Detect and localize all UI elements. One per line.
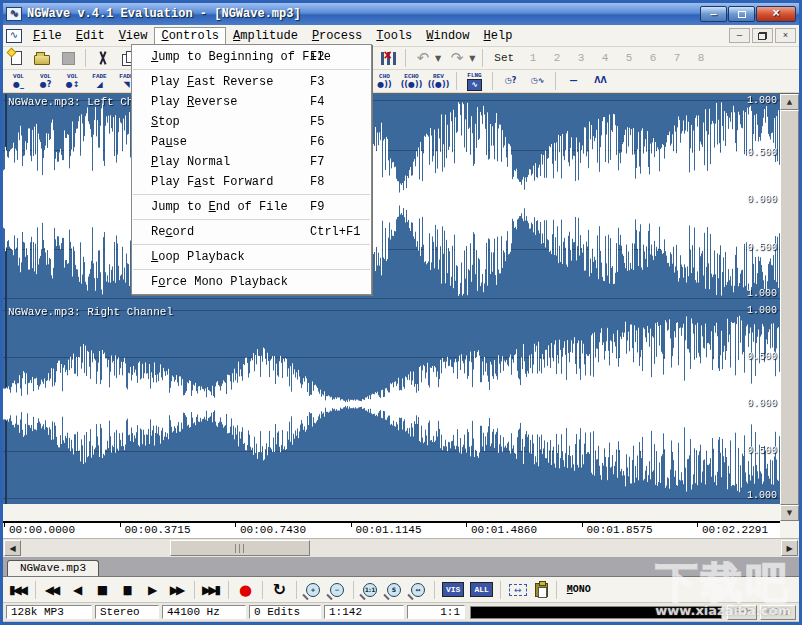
- menu-item-stop[interactable]: StopF5: [132, 112, 371, 132]
- vertical-scroll-thumb[interactable]: [780, 110, 799, 505]
- label-post: ile: [40, 29, 62, 43]
- fx-echo-1-button[interactable]: ECHO((●)): [400, 71, 423, 92]
- menu-item-use[interactable]: PauseF6: [132, 132, 371, 152]
- mono-label-rest: ONO: [573, 584, 591, 595]
- fx-vol-2-button[interactable]: VOL●↕: [61, 71, 84, 92]
- set-number-1[interactable]: 1: [521, 52, 545, 64]
- minimize-button[interactable]: —: [700, 6, 727, 22]
- set-number-5[interactable]: 5: [617, 52, 641, 64]
- jump-end-button[interactable]: ▶▶▮: [199, 580, 224, 600]
- undo-button[interactable]: ↶: [412, 49, 434, 67]
- menu-edit[interactable]: Edit: [69, 27, 112, 45]
- menu-item-jump-to-beginning-of-file[interactable]: Jump to Beginning of FileF2: [132, 47, 371, 67]
- set-number-4[interactable]: 4: [593, 52, 617, 64]
- maximize-button[interactable]: [728, 6, 755, 22]
- vertical-scrollbar[interactable]: ▲ ▼: [780, 94, 799, 521]
- stop-button[interactable]: ■: [90, 580, 115, 600]
- scroll-right-icon[interactable]: ▶: [781, 540, 798, 556]
- menu-item-loop-playback[interactable]: Loop Playback: [132, 247, 371, 267]
- fx-tool-7-button[interactable]: ◷∿: [526, 71, 549, 92]
- label-post: oop Playback: [158, 250, 244, 264]
- clipboard-button[interactable]: [535, 583, 548, 597]
- label-post: ump to Beginning of File: [158, 50, 331, 64]
- menu-view[interactable]: View: [112, 27, 155, 45]
- menu-item-ast-forward[interactable]: Play Fast ForwardF8: [132, 172, 371, 192]
- fx-tool-6-button[interactable]: ◷?: [499, 71, 522, 92]
- horizontal-scrollbar[interactable]: ◀ ▶: [3, 538, 799, 557]
- menu-item-play-normal[interactable]: Play NormalF7: [132, 152, 371, 172]
- fx-cho-0-button[interactable]: CHO●)): [373, 71, 396, 92]
- mdi-close-button[interactable]: ×: [775, 28, 796, 43]
- fpm-button[interactable]: FPM: [727, 605, 757, 620]
- set-number-3[interactable]: 3: [569, 52, 593, 64]
- menu-item-fast-reverse[interactable]: Play Fast ReverseF3: [132, 72, 371, 92]
- redo-button[interactable]: ↷: [446, 49, 468, 67]
- fx-tool-9-button[interactable]: —: [562, 71, 585, 92]
- fx-tool-10-button[interactable]: ΛΛ: [589, 71, 612, 92]
- menu-item-cord[interactable]: RecordCtrl+F1: [132, 222, 371, 242]
- scroll-down-icon[interactable]: ▼: [780, 505, 799, 521]
- timeline-label: 00:01.4860: [471, 524, 537, 536]
- label-key: T: [376, 29, 383, 43]
- menu-window[interactable]: Window: [419, 27, 476, 45]
- right-channel-waveform[interactable]: [3, 304, 780, 504]
- zoom-out-button[interactable]: −: [330, 583, 344, 597]
- menu-tools[interactable]: Tools: [369, 27, 419, 45]
- pause-button[interactable]: ▮▮: [115, 580, 140, 600]
- paste-mix-button[interactable]: [377, 49, 399, 67]
- mdi-minimize-button[interactable]: —: [729, 28, 750, 43]
- fx-fade-3-button[interactable]: FADE◢: [88, 71, 111, 92]
- left-channel-waveform[interactable]: [3, 94, 780, 304]
- set-number-8[interactable]: 8: [689, 52, 713, 64]
- set-number-2[interactable]: 2: [545, 52, 569, 64]
- record-button[interactable]: ●: [233, 580, 258, 600]
- menu-help[interactable]: Help: [477, 27, 520, 45]
- midi-button[interactable]: MIDI: [760, 605, 796, 620]
- timeline-ruler[interactable]: 00:00.000000:00.371500:00.743000:01.1145…: [3, 521, 780, 538]
- amplitude-scale-label: 1.000: [747, 305, 777, 316]
- selection-tool-button[interactable]: ↔: [509, 584, 527, 596]
- close-button[interactable]: ×: [756, 6, 796, 22]
- tab-ngwave-mp3[interactable]: NGWave.mp3: [7, 560, 99, 576]
- fast-reverse-button[interactable]: ◀◀: [40, 580, 65, 600]
- dropdown-arrow-icon[interactable]: ▼: [469, 54, 475, 63]
- menu-item-reverse[interactable]: Play ReverseF4: [132, 92, 371, 112]
- fx-vol-1-button[interactable]: VOL●?: [34, 71, 57, 92]
- set-number-6[interactable]: 6: [641, 52, 665, 64]
- mdi-restore-button[interactable]: [752, 28, 773, 43]
- loop-button[interactable]: ↻: [267, 580, 292, 600]
- fast-forward-button[interactable]: ▶▶: [165, 580, 190, 600]
- set-number-7[interactable]: 7: [665, 52, 689, 64]
- toolbar-main-right: ↶▼↷▼Set12345678: [375, 47, 713, 69]
- cut-button[interactable]: [92, 49, 114, 67]
- scroll-left-icon[interactable]: ◀: [4, 540, 21, 556]
- zoom-in-button[interactable]: +: [306, 583, 320, 597]
- zoom-fit-button[interactable]: ↔: [411, 583, 425, 597]
- play-reverse-button[interactable]: ◀: [65, 580, 90, 600]
- menu-item-end-of-file[interactable]: Jump to End of FileF9: [132, 197, 371, 217]
- open-file-button[interactable]: [31, 49, 53, 67]
- menu-item-orce-mono-playback[interactable]: Force Mono Playback: [132, 272, 371, 292]
- new-file-button[interactable]: [5, 49, 27, 67]
- all-button[interactable]: ALL: [470, 582, 492, 597]
- fx-vol-0-button[interactable]: VOL●_: [7, 71, 30, 92]
- jump-start-button[interactable]: ▮◀◀: [6, 580, 31, 600]
- set-label: Set: [494, 52, 514, 64]
- play-button[interactable]: ▶: [140, 580, 165, 600]
- horizontal-scroll-thumb[interactable]: [170, 540, 310, 556]
- save-button[interactable]: [57, 49, 79, 67]
- menu-process[interactable]: Process: [305, 27, 369, 45]
- zoom-one-to-one-button[interactable]: 1:1: [363, 583, 377, 597]
- fx-flng-4-button[interactable]: FLNG∿: [463, 71, 486, 92]
- mono-button[interactable]: MONO: [567, 584, 591, 595]
- dropdown-arrow-icon[interactable]: ▼: [435, 54, 441, 63]
- vis-button[interactable]: VIS: [442, 582, 464, 597]
- toolbar-separator: [405, 49, 406, 67]
- scroll-up-icon[interactable]: ▲: [780, 94, 799, 110]
- menu-file[interactable]: File: [26, 27, 69, 45]
- fx-rev-2-button[interactable]: REV((●)): [427, 71, 450, 92]
- menu-controls[interactable]: Controls: [154, 27, 226, 45]
- menu-amplitude[interactable]: Amplitude: [226, 27, 305, 45]
- zoom-selection-button[interactable]: S: [387, 583, 401, 597]
- fx-fade-3-button-icon: ◢: [96, 80, 102, 90]
